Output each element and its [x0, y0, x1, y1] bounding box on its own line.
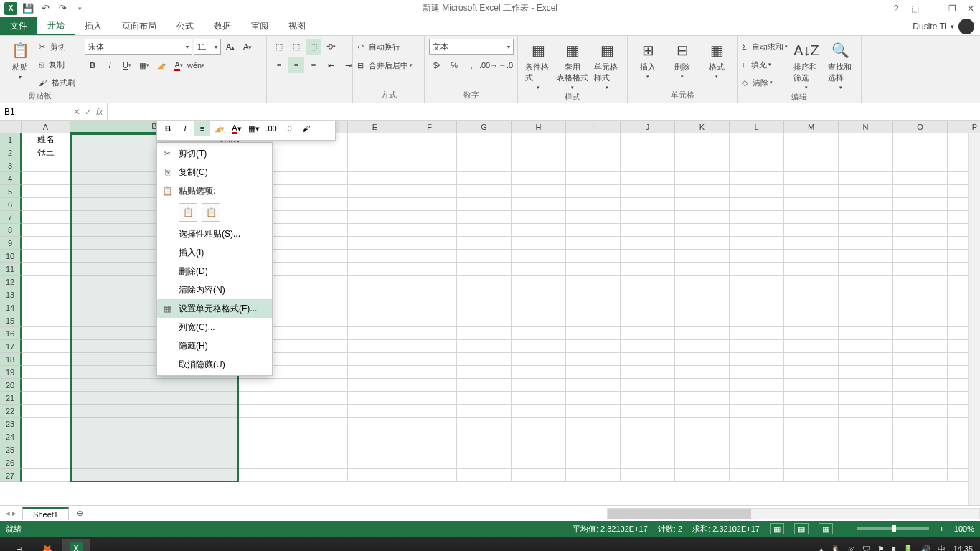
cell-O24[interactable] [893, 430, 948, 443]
cell-O26[interactable] [893, 456, 948, 469]
cell-L20[interactable] [730, 379, 784, 392]
column-header-N[interactable]: N [839, 121, 893, 133]
ctx-hide[interactable]: 隐藏(H) [157, 336, 272, 355]
row-header-22[interactable]: 22 [0, 405, 22, 418]
cell-L16[interactable] [730, 327, 784, 340]
cell-O11[interactable] [893, 263, 948, 276]
cell-N22[interactable] [839, 405, 893, 418]
cell-H20[interactable] [512, 379, 566, 392]
cell-L15[interactable] [730, 314, 784, 327]
font-name-combo[interactable]: 宋体▾ [85, 39, 192, 55]
cell-G2[interactable] [457, 146, 512, 159]
column-header-P[interactable]: P [948, 121, 980, 133]
cell-O14[interactable] [893, 301, 948, 314]
cell-I2[interactable] [566, 146, 621, 159]
enter-icon[interactable]: ✓ [85, 107, 92, 117]
cut-button[interactable]: ✂ 剪切 [39, 39, 75, 55]
cell-F11[interactable] [402, 263, 457, 276]
cell-H23[interactable] [512, 418, 566, 430]
cell-N2[interactable] [839, 146, 893, 159]
underline-button[interactable]: U▾ [119, 57, 135, 73]
cell-G23[interactable] [457, 418, 512, 430]
cell-E2[interactable] [348, 146, 402, 159]
cell-M9[interactable] [784, 237, 839, 250]
cell-I10[interactable] [566, 250, 621, 263]
ctx-delete[interactable]: 删除(D) [157, 262, 272, 281]
cell-I11[interactable] [566, 263, 621, 276]
cell-L26[interactable] [730, 456, 784, 469]
cell-D2[interactable] [293, 146, 348, 159]
font-size-combo[interactable]: 11▾ [194, 39, 221, 55]
cell-I4[interactable] [566, 172, 621, 185]
column-header-J[interactable]: J [621, 121, 675, 133]
cell-K11[interactable] [675, 263, 730, 276]
cell-G27[interactable] [457, 469, 512, 482]
tray-app-icon[interactable]: 🐧 [831, 545, 841, 552]
cell-D6[interactable] [293, 198, 348, 211]
cell-L4[interactable] [730, 172, 784, 185]
cell-D11[interactable] [293, 263, 348, 276]
cell-A8[interactable] [22, 224, 70, 237]
cell-F10[interactable] [402, 250, 457, 263]
row-header-21[interactable]: 21 [0, 392, 22, 405]
cell-G25[interactable] [457, 443, 512, 456]
cell-G15[interactable] [457, 314, 512, 327]
mini-dec-decimal-icon[interactable]: .0 [281, 121, 296, 136]
cell-H7[interactable] [512, 211, 566, 224]
cell-styles-button[interactable]: ▦单元格样式▾ [591, 39, 623, 92]
cell-H27[interactable] [512, 469, 566, 482]
help-icon[interactable]: ? [887, 1, 905, 17]
cell-N18[interactable] [839, 353, 893, 366]
cell-B26[interactable] [70, 456, 239, 469]
cell-O19[interactable] [893, 366, 948, 379]
tray-clock[interactable]: 14:35 [953, 545, 973, 551]
cell-N16[interactable] [839, 327, 893, 340]
cell-I27[interactable] [566, 469, 621, 482]
cell-E4[interactable] [348, 172, 402, 185]
cell-L12[interactable] [730, 276, 784, 288]
align-middle-icon[interactable]: ⬚ [288, 39, 304, 55]
orientation-icon[interactable]: ⟲▾ [323, 39, 339, 55]
cell-H6[interactable] [512, 198, 566, 211]
horizontal-scroll-thumb[interactable] [608, 509, 751, 519]
cell-A16[interactable] [22, 327, 70, 340]
column-header-F[interactable]: F [402, 121, 457, 133]
cell-E17[interactable] [348, 340, 402, 353]
cell-G3[interactable] [457, 159, 512, 172]
mini-fill-color-icon[interactable]: ◢▾ [212, 121, 227, 136]
cell-J1[interactable] [621, 133, 675, 146]
cell-D19[interactable] [293, 366, 348, 379]
cell-E5[interactable] [348, 185, 402, 198]
mini-format-painter-icon[interactable]: 🖌 [298, 121, 314, 136]
cell-J9[interactable] [621, 237, 675, 250]
increase-decimal-icon[interactable]: .00→ [481, 57, 496, 73]
cell-G16[interactable] [457, 327, 512, 340]
number-format-combo[interactable]: 文本▾ [429, 39, 514, 55]
cell-N17[interactable] [839, 340, 893, 353]
cell-M3[interactable] [784, 159, 839, 172]
cell-O10[interactable] [893, 250, 948, 263]
cell-O17[interactable] [893, 340, 948, 353]
cell-D5[interactable] [293, 185, 348, 198]
cell-E23[interactable] [348, 418, 402, 430]
tray-expand-icon[interactable]: ▴ [819, 545, 824, 552]
cell-M14[interactable] [784, 301, 839, 314]
cell-O9[interactable] [893, 237, 948, 250]
cell-E27[interactable] [348, 469, 402, 482]
undo-icon[interactable]: ↶ [37, 1, 53, 17]
qat-dropdown-icon[interactable]: ▾ [72, 1, 88, 17]
cell-F20[interactable] [402, 379, 457, 392]
select-all-corner[interactable] [0, 121, 22, 133]
cell-J22[interactable] [621, 405, 675, 418]
row-header-26[interactable]: 26 [0, 456, 22, 469]
cell-C26[interactable] [239, 456, 293, 469]
cell-I23[interactable] [566, 418, 621, 430]
cell-D25[interactable] [293, 443, 348, 456]
cell-A7[interactable] [22, 211, 70, 224]
cell-G8[interactable] [457, 224, 512, 237]
cell-H9[interactable] [512, 237, 566, 250]
vertical-scrollbar[interactable] [968, 133, 980, 505]
cell-J12[interactable] [621, 276, 675, 288]
cell-A21[interactable] [22, 392, 70, 405]
cell-A20[interactable] [22, 379, 70, 392]
